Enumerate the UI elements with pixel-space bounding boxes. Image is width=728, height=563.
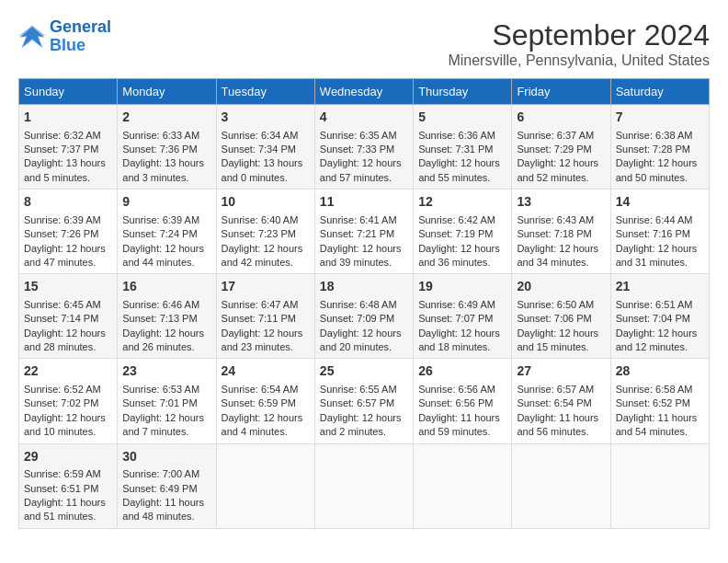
sunset-text: Sunset: 7:21 PM xyxy=(320,228,394,239)
calendar-cell: 28Sunrise: 6:58 AMSunset: 6:52 PMDayligh… xyxy=(610,359,709,443)
day-number: 25 xyxy=(320,362,408,381)
daylight-text: Daylight: 12 hours and 12 minutes. xyxy=(616,327,698,352)
calendar-cell: 16Sunrise: 6:46 AMSunset: 7:13 PMDayligh… xyxy=(118,274,216,359)
logo: General Blue xyxy=(18,18,111,55)
daylight-text: Daylight: 11 hours and 54 minutes. xyxy=(616,412,698,437)
daylight-text: Daylight: 13 hours and 5 minutes. xyxy=(24,157,106,182)
calendar-cell: 9Sunrise: 6:39 AMSunset: 7:24 PMDaylight… xyxy=(118,190,216,274)
day-number: 3 xyxy=(222,109,310,127)
daylight-text: Daylight: 12 hours and 47 minutes. xyxy=(24,243,106,268)
sunrise-text: Sunrise: 6:44 AM xyxy=(616,214,693,225)
sunset-text: Sunset: 7:06 PM xyxy=(517,313,591,324)
sunrise-text: Sunrise: 7:00 AM xyxy=(122,468,199,479)
sunset-text: Sunset: 7:16 PM xyxy=(616,228,690,239)
sunrise-text: Sunrise: 6:54 AM xyxy=(222,384,299,395)
calendar-cell: 29Sunrise: 6:59 AMSunset: 6:51 PMDayligh… xyxy=(19,443,118,528)
day-number: 17 xyxy=(222,278,310,296)
day-number: 11 xyxy=(320,193,408,212)
sunrise-text: Sunrise: 6:52 AM xyxy=(24,384,101,395)
calendar-table: SundayMondayTuesdayWednesdayThursdayFrid… xyxy=(18,78,710,529)
calendar-cell: 15Sunrise: 6:45 AMSunset: 7:14 PMDayligh… xyxy=(19,274,118,359)
title-block: September 2024 Minersville, Pennsylvania… xyxy=(448,18,710,69)
day-number: 16 xyxy=(122,278,210,296)
daylight-text: Daylight: 12 hours and 36 minutes. xyxy=(418,243,500,268)
sunset-text: Sunset: 6:49 PM xyxy=(122,483,197,494)
sunset-text: Sunset: 7:34 PM xyxy=(222,144,296,155)
sunrise-text: Sunrise: 6:40 AM xyxy=(222,214,299,225)
calendar-cell: 1Sunrise: 6:32 AMSunset: 7:37 PMDaylight… xyxy=(19,105,118,190)
sunrise-text: Sunrise: 6:45 AM xyxy=(24,299,101,310)
day-number: 23 xyxy=(122,362,210,381)
sunrise-text: Sunrise: 6:55 AM xyxy=(320,384,397,395)
calendar-cell: 21Sunrise: 6:51 AMSunset: 7:04 PMDayligh… xyxy=(610,274,709,359)
calendar-cell: 17Sunrise: 6:47 AMSunset: 7:11 PMDayligh… xyxy=(216,274,314,359)
day-number: 22 xyxy=(24,362,112,381)
day-number: 26 xyxy=(418,362,506,381)
sunrise-text: Sunrise: 6:53 AM xyxy=(122,384,199,395)
calendar-cell: 19Sunrise: 6:49 AMSunset: 7:07 PMDayligh… xyxy=(414,274,512,359)
calendar-cell: 4Sunrise: 6:35 AMSunset: 7:33 PMDaylight… xyxy=(314,105,413,190)
daylight-text: Daylight: 12 hours and 55 minutes. xyxy=(418,157,500,182)
logo-bird-icon xyxy=(18,24,46,50)
daylight-text: Daylight: 11 hours and 56 minutes. xyxy=(517,412,598,437)
daylight-text: Daylight: 12 hours and 31 minutes. xyxy=(616,243,698,268)
daylight-text: Daylight: 12 hours and 15 minutes. xyxy=(517,327,598,352)
calendar-cell xyxy=(216,443,314,528)
daylight-text: Daylight: 12 hours and 44 minutes. xyxy=(122,243,204,268)
calendar-cell xyxy=(314,443,413,528)
calendar-cell: 26Sunrise: 6:56 AMSunset: 6:56 PMDayligh… xyxy=(414,359,512,443)
calendar-cell: 7Sunrise: 6:38 AMSunset: 7:28 PMDaylight… xyxy=(610,105,709,190)
day-number: 1 xyxy=(24,109,112,127)
daylight-text: Daylight: 12 hours and 10 minutes. xyxy=(24,412,106,437)
calendar-cell: 13Sunrise: 6:43 AMSunset: 7:18 PMDayligh… xyxy=(512,190,610,274)
day-number: 15 xyxy=(24,278,112,296)
sunrise-text: Sunrise: 6:39 AM xyxy=(24,214,101,225)
calendar-cell xyxy=(414,443,512,528)
column-header-monday: Monday xyxy=(118,79,216,105)
sunrise-text: Sunrise: 6:41 AM xyxy=(320,214,397,225)
column-header-friday: Friday xyxy=(512,79,610,105)
sunrise-text: Sunrise: 6:58 AM xyxy=(616,384,693,395)
calendar-cell: 2Sunrise: 6:33 AMSunset: 7:36 PMDaylight… xyxy=(118,105,216,190)
daylight-text: Daylight: 12 hours and 42 minutes. xyxy=(222,243,303,268)
sunrise-text: Sunrise: 6:35 AM xyxy=(320,130,397,141)
calendar-cell: 30Sunrise: 7:00 AMSunset: 6:49 PMDayligh… xyxy=(118,443,216,528)
calendar-cell: 10Sunrise: 6:40 AMSunset: 7:23 PMDayligh… xyxy=(216,190,314,274)
daylight-text: Daylight: 12 hours and 50 minutes. xyxy=(616,157,698,182)
calendar-cell xyxy=(610,443,709,528)
day-number: 28 xyxy=(616,362,704,381)
day-number: 29 xyxy=(24,448,112,466)
sunset-text: Sunset: 7:04 PM xyxy=(616,313,690,324)
daylight-text: Daylight: 12 hours and 28 minutes. xyxy=(24,327,106,352)
sunset-text: Sunset: 7:18 PM xyxy=(517,228,591,239)
sunrise-text: Sunrise: 6:43 AM xyxy=(517,214,594,225)
column-header-saturday: Saturday xyxy=(610,79,709,105)
daylight-text: Daylight: 12 hours and 23 minutes. xyxy=(222,327,303,352)
sunset-text: Sunset: 7:29 PM xyxy=(517,144,591,155)
daylight-text: Daylight: 13 hours and 0 minutes. xyxy=(222,157,303,182)
sunset-text: Sunset: 7:28 PM xyxy=(616,144,690,155)
sunset-text: Sunset: 7:26 PM xyxy=(24,228,98,239)
column-header-tuesday: Tuesday xyxy=(216,79,314,105)
calendar-cell: 23Sunrise: 6:53 AMSunset: 7:01 PMDayligh… xyxy=(118,359,216,443)
sunset-text: Sunset: 6:59 PM xyxy=(222,397,296,408)
sunset-text: Sunset: 7:09 PM xyxy=(320,313,394,324)
daylight-text: Daylight: 11 hours and 59 minutes. xyxy=(418,412,500,437)
sunrise-text: Sunrise: 6:46 AM xyxy=(122,299,199,310)
sunrise-text: Sunrise: 6:33 AM xyxy=(122,130,199,141)
daylight-text: Daylight: 12 hours and 18 minutes. xyxy=(418,327,500,352)
calendar-cell: 8Sunrise: 6:39 AMSunset: 7:26 PMDaylight… xyxy=(19,190,118,274)
day-number: 10 xyxy=(222,193,310,212)
daylight-text: Daylight: 12 hours and 20 minutes. xyxy=(320,327,402,352)
daylight-text: Daylight: 12 hours and 26 minutes. xyxy=(122,327,204,352)
daylight-text: Daylight: 12 hours and 52 minutes. xyxy=(517,157,598,182)
sunset-text: Sunset: 7:31 PM xyxy=(418,144,493,155)
day-number: 21 xyxy=(616,278,704,296)
sunrise-text: Sunrise: 6:36 AM xyxy=(418,130,495,141)
sunset-text: Sunset: 7:11 PM xyxy=(222,313,296,324)
sunrise-text: Sunrise: 6:38 AM xyxy=(616,130,693,141)
sunset-text: Sunset: 6:51 PM xyxy=(24,483,98,494)
sunrise-text: Sunrise: 6:48 AM xyxy=(320,299,397,310)
daylight-text: Daylight: 12 hours and 57 minutes. xyxy=(320,157,402,182)
daylight-text: Daylight: 13 hours and 3 minutes. xyxy=(122,157,204,182)
